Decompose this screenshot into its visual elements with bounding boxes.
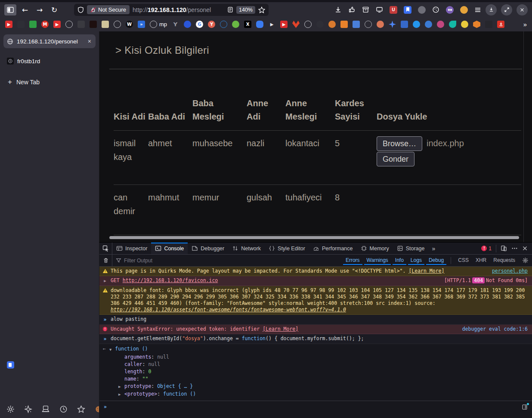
- bookmark-favicon-stackexchange[interactable]: [353, 21, 360, 28]
- filter-xhr[interactable]: XHR: [473, 256, 489, 265]
- learn-more-link[interactable]: [Learn More]: [408, 268, 444, 274]
- bookmark-favicon-gmail[interactable]: M: [41, 21, 49, 28]
- display-icon[interactable]: [376, 6, 383, 13]
- bookmark-favicon-snowflake[interactable]: [425, 21, 432, 28]
- reader-mode-icon[interactable]: [227, 6, 233, 13]
- bookmark-favicon-wikipedia[interactable]: W: [126, 21, 133, 28]
- minimize-download-icon[interactable]: [486, 4, 497, 15]
- downloads-icon[interactable]: [334, 6, 342, 13]
- bookmark-favicon[interactable]: [77, 21, 85, 28]
- tab-console[interactable]: Console: [151, 243, 188, 254]
- bookmark-favicon[interactable]: Y: [208, 21, 215, 28]
- tab-debugger[interactable]: Debugger: [188, 243, 228, 254]
- bookmark-favicon[interactable]: [449, 21, 456, 28]
- filter-output-field[interactable]: [112, 258, 343, 264]
- filter-info[interactable]: Info: [393, 256, 406, 265]
- bookmark-star-icon[interactable]: [258, 6, 265, 13]
- bookmark-favicon-hackthebox[interactable]: [461, 21, 468, 28]
- bookmark-favicon-x[interactable]: X: [244, 21, 251, 28]
- bookmark-favicon[interactable]: »: [138, 21, 145, 28]
- split-console-icon[interactable]: [522, 404, 528, 410]
- bookmark-favicon-stackoverflow[interactable]: [340, 21, 348, 28]
- bookmark-favicon[interactable]: Y: [172, 21, 179, 28]
- extension-badge-icon[interactable]: [7, 361, 14, 369]
- console-settings-gear-icon[interactable]: [522, 257, 529, 264]
- console-input-row[interactable]: »: [99, 401, 532, 413]
- bookmark-favicon-flower[interactable]: [437, 21, 444, 28]
- fullscreen-icon[interactable]: [501, 4, 512, 15]
- bookmarks-overflow-chevron[interactable]: »: [520, 21, 527, 28]
- cookie-disabled-icon[interactable]: [418, 6, 426, 14]
- bookmark-favicon-search-small[interactable]: [220, 21, 227, 28]
- gonder-submit-button[interactable]: Gonder: [377, 152, 414, 166]
- bookmark-favicon-youtube[interactable]: ▶: [5, 21, 12, 28]
- bookmark-favicon[interactable]: [485, 21, 492, 28]
- console-input-echo[interactable]: » alow pasting: [99, 315, 532, 325]
- like-icon[interactable]: [348, 6, 356, 13]
- bookmark-favicon-bluesky[interactable]: [256, 21, 263, 28]
- bookmark-favicon-globe[interactable]: [114, 21, 121, 28]
- user-agent-icon[interactable]: [446, 6, 454, 14]
- close-icon[interactable]: [517, 4, 528, 15]
- bookmark-favicon[interactable]: [401, 21, 408, 28]
- filter-errors[interactable]: Errors: [343, 256, 362, 265]
- vertical-scrollbar[interactable]: [523, 31, 524, 242]
- gear-icon[interactable]: [6, 405, 15, 413]
- object-property-expandable[interactable]: ▶prototype: Object { … }: [99, 383, 532, 390]
- back-button[interactable]: ←: [19, 4, 31, 15]
- forward-button[interactable]: →: [34, 4, 46, 15]
- security-chip[interactable]: Not Secure: [87, 5, 130, 14]
- console-warning-font[interactable]: downloadable font: Glyph bbox was incorr…: [99, 286, 532, 315]
- devtools-close-icon[interactable]: [522, 246, 528, 251]
- console-error-syntax[interactable]: Uncaught SyntaxError: unexpected token: …: [99, 325, 532, 334]
- bookmark-favicon-gitlab[interactable]: [292, 21, 300, 28]
- pick-element-button[interactable]: [99, 243, 112, 254]
- console-warning-quirks[interactable]: This page is in Quirks Mode. Page layout…: [99, 267, 532, 276]
- bookmark-favicon-search[interactable]: [184, 21, 191, 28]
- reload-button[interactable]: ↻: [48, 4, 60, 15]
- bookmark-favicon-gemini[interactable]: [389, 21, 396, 28]
- filter-warnings[interactable]: Warnings: [364, 256, 391, 265]
- source-link[interactable]: personel.php: [486, 268, 528, 274]
- bookmark-favicon-globe[interactable]: [150, 21, 157, 28]
- bookmark-favicon[interactable]: [17, 21, 25, 28]
- pumpkin-icon[interactable]: [460, 6, 468, 14]
- filter-logs[interactable]: Logs: [408, 256, 424, 265]
- archive-icon[interactable]: [362, 6, 369, 13]
- sidebar-toggle-button[interactable]: [4, 4, 16, 15]
- bookmark-favicon[interactable]: ▶: [280, 21, 288, 28]
- error-source-link[interactable]: debugger eval code:1:6: [456, 326, 528, 332]
- clear-console-button[interactable]: [99, 255, 112, 266]
- bookmark-favicon[interactable]: [29, 21, 37, 28]
- clock-icon[interactable]: [59, 405, 68, 413]
- bookmark-favicon-globe[interactable]: [304, 21, 312, 28]
- console-error-favicon[interactable]: ▶ GET http://192.168.1.120/favicon.ico […: [99, 276, 532, 286]
- error-count-badge[interactable]: ! 1: [481, 246, 492, 252]
- menu-icon[interactable]: [474, 6, 481, 13]
- star-icon[interactable]: [77, 405, 85, 413]
- bookmark-favicon[interactable]: [90, 21, 97, 28]
- font-source-link[interactable]: http://192.168.1.120/assets/font-awesome…: [111, 307, 346, 313]
- object-property-expandable[interactable]: ▶<prototype>: function (): [99, 390, 532, 398]
- sidebar-tab-active[interactable]: 192.168.1.120/personel ×: [3, 34, 96, 48]
- expand-triangle-icon[interactable]: ▶: [118, 384, 124, 390]
- expand-triangle-icon[interactable]: ▶: [118, 391, 124, 398]
- browse-button[interactable]: Browse…: [377, 136, 422, 151]
- devices-icon[interactable]: [41, 405, 50, 413]
- bookmark-favicon-downloader[interactable]: [497, 21, 504, 28]
- zoom-level-badge[interactable]: 140%: [236, 6, 255, 14]
- filter-requests[interactable]: Requests: [491, 256, 518, 265]
- tabs-overflow-chevron[interactable]: »: [428, 243, 439, 254]
- bookmark-favicon-docker[interactable]: [413, 21, 420, 28]
- bookmark-favicon-github[interactable]: [316, 21, 324, 28]
- filter-debug[interactable]: Debug: [426, 256, 446, 265]
- bookmark-favicon[interactable]: [102, 21, 109, 28]
- cookie-icon[interactable]: [432, 6, 439, 13]
- new-tab-button[interactable]: + New Tab: [3, 76, 96, 89]
- bookmark-favicon-podman[interactable]: [328, 21, 336, 28]
- tab-network[interactable]: Network: [228, 243, 265, 254]
- bookmark-favicon-claude[interactable]: [377, 21, 384, 28]
- tab-close-icon[interactable]: ×: [87, 38, 92, 45]
- privacy-bookmark-icon[interactable]: [404, 6, 411, 14]
- expand-triangle-icon[interactable]: ▶: [102, 277, 108, 284]
